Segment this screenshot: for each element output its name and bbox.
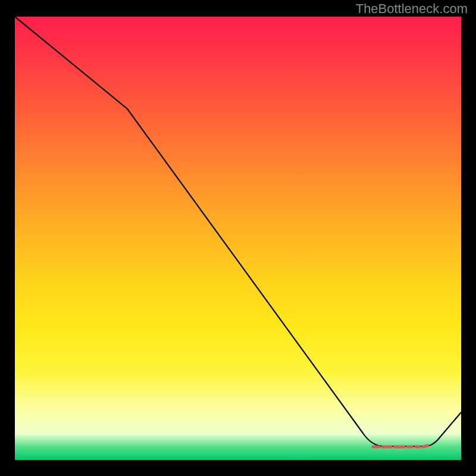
bottleneck-curve: [15, 17, 461, 446]
chart-container: TheBottleneck.com: [0, 0, 476, 476]
watermark-text: TheBottleneck.com: [356, 1, 468, 17]
chart-svg: [15, 17, 461, 460]
svg-line-5: [423, 446, 428, 447]
plot-area: [15, 17, 461, 460]
